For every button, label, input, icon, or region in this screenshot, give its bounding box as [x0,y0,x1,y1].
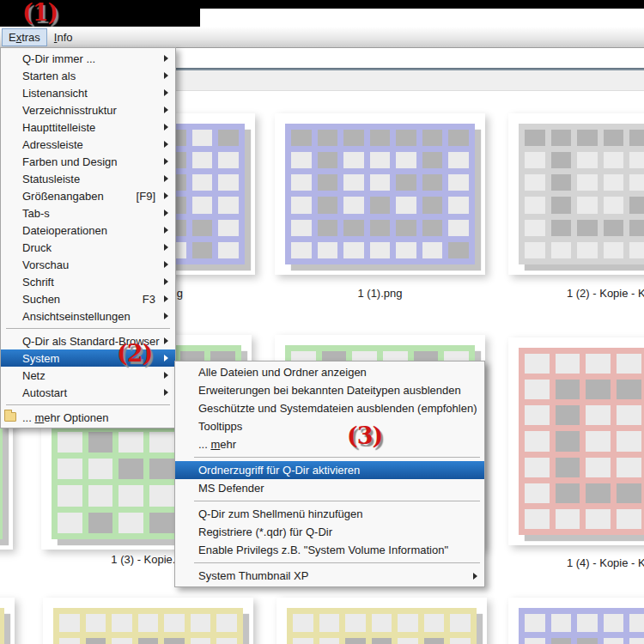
file-thumbnail[interactable] [508,337,644,545]
menu-item-druck[interactable]: Druck [1,239,175,256]
thumbnail-grid-cell [556,405,580,425]
thumbnail-grid-cell [617,509,641,529]
thumbnail-grid-cell [291,174,312,191]
thumbnail-grid-cell [343,220,364,236]
menu-item-autostart[interactable]: Autostart [1,384,175,401]
thumbnail-grid-cell [291,152,312,168]
menu-item-label-part: ehr [220,438,236,451]
submenu-arrow-icon [164,72,168,79]
menu-item-adressleiste[interactable]: Adressleiste [1,136,175,153]
thumbnail-grid-cell [556,483,580,503]
menu-item-statusleiste[interactable]: Statusleiste [1,170,175,187]
thumbnail-grid-cell [556,509,580,529]
thumbnail-grid-cell [551,130,572,146]
menu-item-verzeichnisstruktur[interactable]: Verzeichnisstruktur [1,101,175,118]
thumbnail-grid-cell [617,483,641,503]
thumbnail-grid-cell [112,638,132,644]
menu-item-starten-als[interactable]: Starten als [1,67,175,84]
menu-item-gr-enangaben[interactable]: Größenangaben[F9] [1,187,175,204]
menu-item-ordnerzugriff-f-r-q-dir-aktivieren[interactable]: Ordnerzugriff für Q-Dir aktivieren [175,461,484,479]
thumbnail-grid-cell [551,152,572,168]
thumbnail-grid-cell [629,174,644,191]
menu-item-label: Vorschau [22,258,69,271]
menu-item-mehr[interactable]: ... mehr [175,435,484,453]
thumbnail-grid-cell [118,432,143,453]
menu-separator [194,562,480,563]
menu-item-alle-dateien-und-ordner-anzeigen[interactable]: Alle Dateien und Ordner anzeigen [175,363,484,381]
thumbnail-grid-cell [450,614,471,632]
menu-item-listenansicht[interactable]: Listenansicht [1,84,175,101]
menu-item-label: Verzeichnisstruktur [22,104,117,117]
menu-item-label: ... mehr Optionen [22,411,108,424]
thumbnail-grid-cell [551,174,572,191]
submenu-arrow-icon [164,227,168,234]
menu-item-gesch-tzte-und-systemdateien-ausblenden-[interactable]: Geschützte und Systemdateien ausblenden … [175,399,484,417]
thumbnail-grid-cell [138,638,159,644]
menubar-item-info[interactable]: Info [47,28,80,46]
thumbnail-grid-cell [629,197,644,213]
file-label[interactable]: 1 (4) - Kopie - Kopi [508,556,644,569]
menu-item-q-dir-immer[interactable]: Q-Dir immer ... [1,50,175,67]
thumbnail-grid-cell [586,483,611,503]
thumbnail-grid-cell [318,130,338,146]
menu-item-label: Schrift [22,276,54,289]
thumbnail-grid-cell [59,638,80,644]
thumbnail-grid-cell [556,354,580,374]
thumbnail-grid-cell [604,242,624,258]
thumbnail-grid-cell [58,485,82,506]
menu-item-label: Suchen [22,293,60,306]
menu-item-mehr-optionen[interactable]: ... mehr Optionen [1,409,175,426]
menu-item-vorschau[interactable]: Vorschau [1,256,175,273]
menu-item-tooltipps[interactable]: Tooltipps [175,417,484,435]
menu-item-ms-defender[interactable]: MS Defender [175,479,484,497]
file-thumbnail[interactable] [508,598,644,644]
menu-item-netz[interactable]: Netz [1,367,175,384]
menu-item-registriere-qdr-f-r-q-dir[interactable]: Registriere (*.qdr) für Q-Dir [175,523,484,541]
file-thumbnail[interactable] [276,598,487,644]
file-thumbnail[interactable] [508,113,644,275]
file-thumbnail[interactable] [0,598,15,644]
menu-item-system-thumbnail-xp[interactable]: System Thumbnail XP [175,567,484,585]
menu-item-tab-s[interactable]: Tab-s [1,204,175,222]
annotation-step-1: (1) [22,0,58,26]
menu-item-dateioperationen[interactable]: Dateioperationen [1,222,175,239]
titlebar-black-strip [200,0,644,9]
menu-item-ansichtseinstellungen[interactable]: Ansichtseinstellungen [1,307,175,325]
submenu-arrow-icon [164,89,168,96]
menu-item-label: Alle Dateien und Ordner anzeigen [198,366,367,379]
thumbnail-grid-cell [138,614,159,632]
thumbnail-grid-cell [525,152,545,168]
thumbnail-grid-image [519,608,644,644]
menu-item-enable-privilegs-z-b-system-volume-infor[interactable]: Enable Privilegs z.B. "System Volume Inf… [175,541,484,559]
file-label[interactable]: 1 (1).png [275,287,485,300]
submenu-arrow-icon [164,337,168,344]
menu-item-farben-und-design[interactable]: Farben und Design [1,153,175,170]
thumbnail-grid-cell [58,432,82,453]
menu-item-label: Farben und Design [22,155,118,168]
thumbnail-grid-cell [370,197,391,213]
thumbnail-grid-image [519,348,644,535]
thumbnail-grid-cell [422,197,443,213]
menu-item-schrift[interactable]: Schrift [1,273,175,290]
thumbnail-grid-cell [586,405,611,425]
menu-item-haupttitelleiste[interactable]: Haupttitelleiste [1,118,175,136]
thumbnail-grid-cell [218,197,239,213]
thumbnail-grid-cell [617,431,641,451]
thumbnail-grid-cell [343,242,364,258]
thumbnail-grid-cell [586,509,611,529]
file-thumbnail[interactable] [275,113,485,275]
thumbnail-grid-cell [291,130,312,146]
thumbnail-grid-cell [59,614,80,632]
file-label[interactable]: 1 (2) - Kopie - Kopi [508,287,644,300]
menu-item-suchen[interactable]: SuchenF3 [1,290,175,307]
thumbnail-grid-cell [343,130,364,146]
thumbnail-grid-cell [577,242,598,258]
thumbnail-grid-cell [577,614,598,632]
thumbnail-grid-cell [604,220,624,236]
menu-item-q-dir-zum-shellmen-hinzuf-gen[interactable]: Q-Dir zum Shellmenü hinzufügen [175,505,484,523]
thumbnail-grid-cell [556,458,580,477]
thumbnail-grid-cell [586,458,611,477]
file-thumbnail[interactable] [43,598,253,644]
menubar-item-extras[interactable]: Extras [2,28,47,46]
menu-item-erweiterungen-bei-bekannten-dateitypen-a[interactable]: Erweiterungen bei bekannten Dateitypen a… [175,381,484,399]
